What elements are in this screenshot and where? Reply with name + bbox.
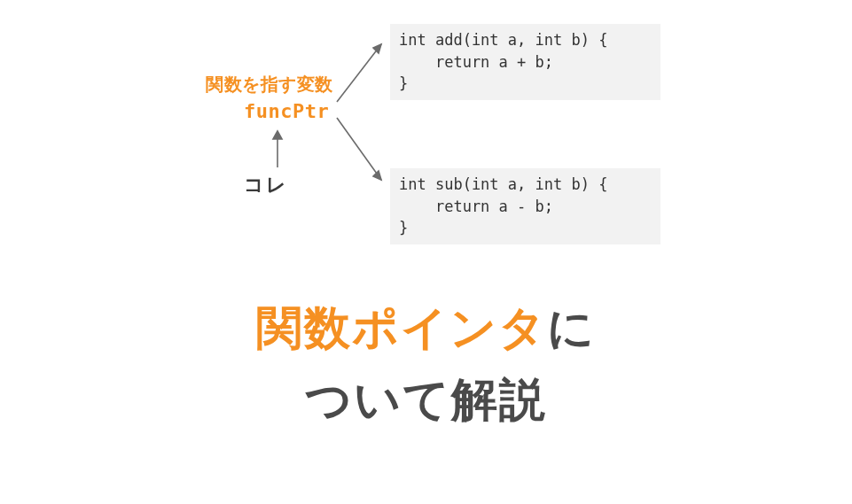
svg-marker-1 [373, 44, 381, 53]
diagram-container: 関数を指す変数 funcPtr コレ int add(int a, int b)… [0, 0, 852, 266]
title-line-1: 関数ポインタに [0, 292, 852, 364]
title-rest-text: に [547, 302, 596, 353]
svg-line-0 [337, 44, 381, 102]
this-pointer-label: コレ [244, 172, 288, 198]
arrow-to-sub-icon [332, 113, 395, 189]
svg-line-2 [337, 118, 381, 180]
title-orange-text: 関数ポインタ [256, 302, 547, 353]
funcptr-variable-name: funcPtr [244, 100, 329, 122]
svg-marker-3 [373, 171, 381, 180]
title-container: 関数ポインタに ついて解説 [0, 292, 852, 435]
code-block-sub: int sub(int a, int b) { return a - b; } [390, 168, 660, 244]
code-block-add: int add(int a, int b) { return a + b; } [390, 24, 660, 100]
svg-marker-5 [273, 131, 282, 139]
arrow-kore-up-icon [269, 128, 286, 171]
variable-description-label: 関数を指す変数 [206, 73, 333, 97]
arrow-to-add-icon [332, 35, 395, 106]
title-line-2: ついて解説 [0, 364, 852, 436]
